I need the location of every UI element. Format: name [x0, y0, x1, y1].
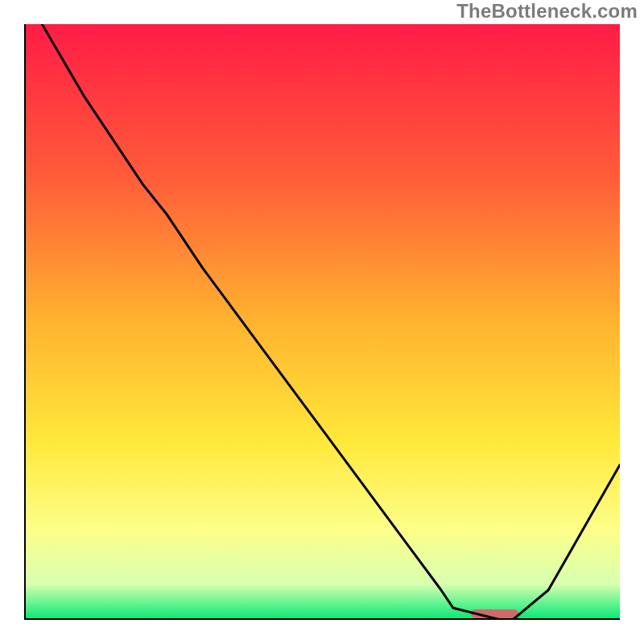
gradient-background — [24, 24, 620, 620]
chart-container: TheBottleneck.com — [0, 0, 644, 644]
credit-label: TheBottleneck.com — [456, 0, 638, 23]
plot-area — [24, 24, 620, 620]
chart-svg — [24, 24, 620, 620]
